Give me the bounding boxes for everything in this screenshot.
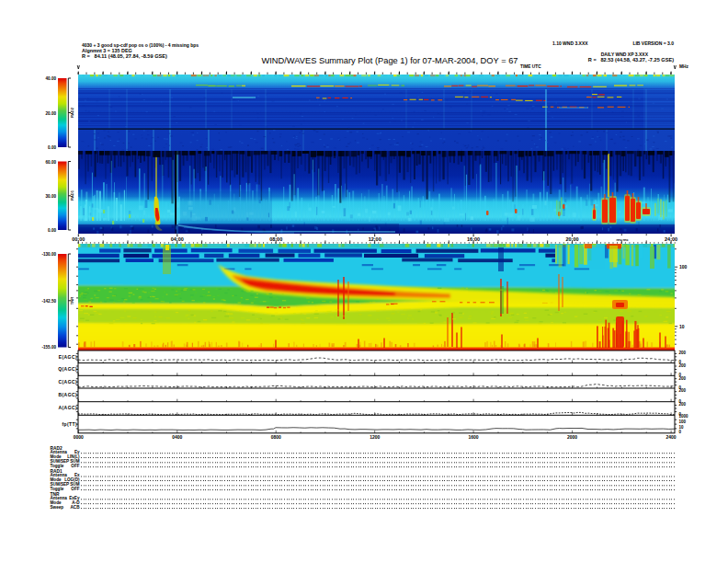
svg-text:R = 84.11 (48.05, 27.84, -8.: R = 84.11 (48.05, 27.84, -8.59 GSE) [82,53,167,59]
svg-text:rev rec: rev rec [616,237,629,242]
svg-text:200: 200 [679,402,687,407]
svg-text:MHz: MHz [679,64,688,69]
svg-text:0800: 0800 [271,434,281,440]
svg-text:RAD1: RAD1 [70,190,74,201]
svg-text:-155.00: -155.00 [41,345,56,350]
svg-text:ACB: ACB [71,505,81,510]
svg-text:10: 10 [679,324,685,329]
svg-text:1200: 1200 [370,434,380,440]
svg-text:-130.00: -130.00 [41,252,56,257]
svg-text:B(AGC): B(AGC) [59,392,77,397]
svg-text:0400: 0400 [172,434,182,440]
svg-text:LIB VERSION = 3.0: LIB VERSION = 3.0 [632,40,674,46]
svg-text:Q(AGC): Q(AGC) [58,366,77,372]
svg-text:-142.50: -142.50 [41,299,56,304]
svg-text:Toggle: Toggle [51,487,64,491]
svg-text:40.00: 40.00 [46,76,57,81]
svg-text:1.10 WND 3.XXX: 1.10 WND 3.XXX [552,40,588,46]
svg-text:100: 100 [679,419,687,424]
svg-text:20.00: 20.00 [46,111,57,116]
svg-text:200: 200 [679,363,687,368]
svg-text:R = 82.53 (44.58, 43.27, -7.: R = 82.53 (44.58, 43.27, -7.25 GSE) [588,57,674,63]
svg-text:fp(TT): fp(TT) [62,421,77,427]
svg-text:WIND/WAVES Summary Plot (Page: WIND/WAVES Summary Plot (Page 1) for 07-… [261,56,518,65]
svg-text:C(AGC): C(AGC) [59,379,77,385]
svg-text:0.00: 0.00 [48,228,56,233]
svg-text:LOG(D): LOG(D) [64,477,80,482]
svg-text:RAD2: RAD2 [70,107,74,118]
svg-text:E(AGC): E(AGC) [59,354,77,360]
svg-text:1000: 1000 [679,414,689,419]
svg-text:Toggle: Toggle [51,464,64,468]
svg-text:LIN(L): LIN(L) [67,454,80,459]
svg-text:Sweep: Sweep [51,505,64,510]
svg-text:2400: 2400 [666,434,677,440]
svg-text:A(AGC): A(AGC) [59,405,77,410]
svg-text:30.00: 30.00 [46,194,57,199]
svg-text:TNR: TNR [70,297,74,304]
svg-text:Mode: Mode [51,454,62,459]
svg-text:200: 200 [679,350,687,355]
svg-text:200: 200 [679,388,687,393]
svg-text:0000: 0000 [74,434,84,440]
svg-text:100: 100 [679,264,688,270]
svg-text:DAILY WND XP 3.XXX: DAILY WND XP 3.XXX [601,52,649,57]
svg-text:200: 200 [679,376,687,381]
svg-text:60.00: 60.00 [46,160,57,165]
svg-text:1600: 1600 [469,434,479,440]
svg-text:OFF: OFF [71,464,79,468]
svg-text:TIME UTC: TIME UTC [520,64,541,69]
svg-text:0.00: 0.00 [48,145,56,150]
svg-text:OFF: OFF [71,487,79,491]
svg-text:2000: 2000 [567,434,577,440]
svg-text:Mode: Mode [51,477,62,482]
